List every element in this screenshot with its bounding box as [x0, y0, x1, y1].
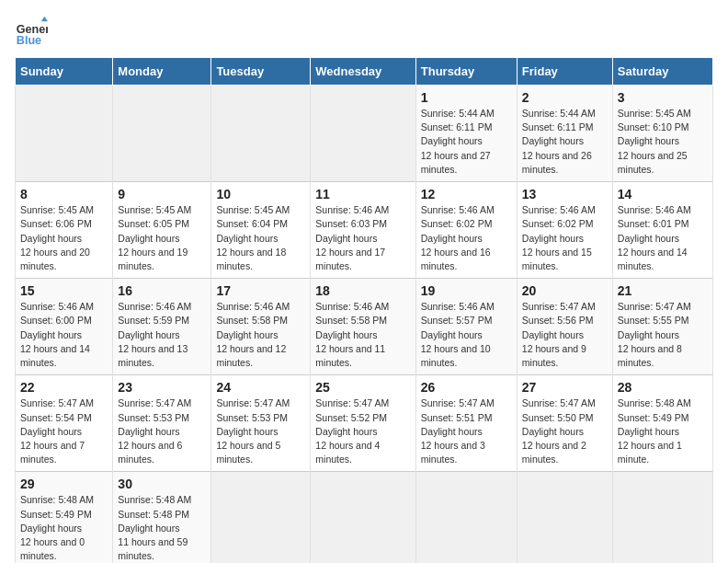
- day-info: Sunrise: 5:47 AMSunset: 5:51 PMDaylight …: [421, 396, 512, 466]
- calendar-day-cell: 11Sunrise: 5:46 AMSunset: 6:03 PMDayligh…: [311, 182, 415, 279]
- calendar-day-cell: 3Sunrise: 5:45 AMSunset: 6:10 PMDaylight…: [612, 86, 712, 182]
- calendar-day-cell: 23Sunrise: 5:47 AMSunset: 5:53 PMDayligh…: [113, 375, 211, 472]
- calendar-day-cell: [311, 472, 415, 563]
- day-info: Sunrise: 5:46 AMSunset: 5:58 PMDaylight …: [216, 300, 305, 370]
- calendar-day-cell: [517, 472, 612, 563]
- day-info: Sunrise: 5:48 AMSunset: 5:49 PMDaylight …: [618, 396, 708, 466]
- day-number: 23: [118, 380, 206, 395]
- calendar-week-row: 1Sunrise: 5:44 AMSunset: 6:11 PMDaylight…: [16, 86, 713, 182]
- calendar-day-cell: 17Sunrise: 5:46 AMSunset: 5:58 PMDayligh…: [211, 279, 311, 375]
- day-info: Sunrise: 5:47 AMSunset: 5:54 PMDaylight …: [20, 396, 108, 466]
- day-number: 28: [618, 380, 708, 395]
- day-info: Sunrise: 5:46 AMSunset: 5:58 PMDaylight …: [315, 300, 410, 370]
- calendar-day-cell: 16Sunrise: 5:46 AMSunset: 5:59 PMDayligh…: [113, 279, 211, 375]
- calendar-day-cell: 20Sunrise: 5:47 AMSunset: 5:56 PMDayligh…: [517, 279, 612, 375]
- day-number: 27: [522, 380, 608, 395]
- day-info: Sunrise: 5:46 AMSunset: 6:03 PMDaylight …: [315, 203, 410, 273]
- day-number: 24: [216, 380, 305, 395]
- day-info: Sunrise: 5:47 AMSunset: 5:53 PMDaylight …: [216, 396, 305, 466]
- weekday-header-row: SundayMondayTuesdayWednesdayThursdayFrid…: [16, 58, 713, 86]
- calendar-day-cell: 24Sunrise: 5:47 AMSunset: 5:53 PMDayligh…: [211, 375, 311, 472]
- day-number: 30: [118, 477, 206, 491]
- day-info: Sunrise: 5:46 AMSunset: 6:01 PMDaylight …: [618, 203, 708, 273]
- weekday-header-cell: Saturday: [612, 58, 712, 86]
- calendar-day-cell: 14Sunrise: 5:46 AMSunset: 6:01 PMDayligh…: [612, 182, 712, 279]
- calendar-day-cell: 1Sunrise: 5:44 AMSunset: 6:11 PMDaylight…: [415, 86, 517, 182]
- calendar-day-cell: 18Sunrise: 5:46 AMSunset: 5:58 PMDayligh…: [311, 279, 415, 375]
- calendar-week-row: 29Sunrise: 5:48 AMSunset: 5:49 PMDayligh…: [16, 472, 713, 563]
- calendar-day-cell: [16, 86, 113, 182]
- day-number: 13: [522, 187, 608, 201]
- weekday-header-cell: Monday: [113, 58, 211, 86]
- calendar-day-cell: 9Sunrise: 5:45 AMSunset: 6:05 PMDaylight…: [113, 182, 211, 279]
- weekday-header-cell: Friday: [517, 58, 612, 86]
- svg-text:Blue: Blue: [17, 34, 41, 47]
- calendar-week-row: 15Sunrise: 5:46 AMSunset: 6:00 PMDayligh…: [16, 279, 713, 375]
- calendar-day-cell: 21Sunrise: 5:47 AMSunset: 5:55 PMDayligh…: [612, 279, 712, 375]
- day-info: Sunrise: 5:47 AMSunset: 5:50 PMDaylight …: [522, 396, 608, 466]
- calendar-day-cell: [311, 86, 415, 182]
- calendar-day-cell: 19Sunrise: 5:46 AMSunset: 5:57 PMDayligh…: [415, 279, 517, 375]
- day-info: Sunrise: 5:46 AMSunset: 5:59 PMDaylight …: [118, 300, 206, 370]
- calendar-day-cell: 13Sunrise: 5:46 AMSunset: 6:02 PMDayligh…: [517, 182, 612, 279]
- day-info: Sunrise: 5:45 AMSunset: 6:05 PMDaylight …: [118, 203, 206, 273]
- day-info: Sunrise: 5:48 AMSunset: 5:48 PMDaylight …: [118, 493, 206, 563]
- calendar-day-cell: 8Sunrise: 5:45 AMSunset: 6:06 PMDaylight…: [16, 182, 113, 279]
- calendar-table: SundayMondayTuesdayWednesdayThursdayFrid…: [15, 57, 713, 563]
- day-info: Sunrise: 5:47 AMSunset: 5:56 PMDaylight …: [522, 300, 608, 370]
- day-number: 20: [522, 283, 608, 298]
- calendar-day-cell: 30Sunrise: 5:48 AMSunset: 5:48 PMDayligh…: [113, 472, 211, 563]
- day-number: 1: [421, 90, 512, 105]
- day-number: 29: [20, 477, 108, 491]
- calendar-day-cell: [211, 472, 311, 563]
- day-info: Sunrise: 5:47 AMSunset: 5:53 PMDaylight …: [118, 396, 206, 466]
- calendar-day-cell: [113, 86, 211, 182]
- calendar-day-cell: 12Sunrise: 5:46 AMSunset: 6:02 PMDayligh…: [415, 182, 517, 279]
- day-info: Sunrise: 5:46 AMSunset: 6:02 PMDaylight …: [522, 203, 608, 273]
- logo-icon: General Blue: [15, 15, 48, 48]
- calendar-week-row: 8Sunrise: 5:45 AMSunset: 6:06 PMDaylight…: [16, 182, 713, 279]
- svg-marker-2: [41, 17, 48, 21]
- day-info: Sunrise: 5:44 AMSunset: 6:11 PMDaylight …: [421, 107, 512, 177]
- day-info: Sunrise: 5:46 AMSunset: 5:57 PMDaylight …: [421, 300, 512, 370]
- day-number: 8: [20, 187, 108, 201]
- calendar-day-cell: 10Sunrise: 5:45 AMSunset: 6:04 PMDayligh…: [211, 182, 311, 279]
- calendar-day-cell: 26Sunrise: 5:47 AMSunset: 5:51 PMDayligh…: [415, 375, 517, 472]
- weekday-header-cell: Thursday: [415, 58, 517, 86]
- day-number: 2: [522, 90, 608, 105]
- calendar-day-cell: 25Sunrise: 5:47 AMSunset: 5:52 PMDayligh…: [311, 375, 415, 472]
- weekday-header-cell: Sunday: [16, 58, 113, 86]
- day-info: Sunrise: 5:47 AMSunset: 5:52 PMDaylight …: [315, 396, 410, 466]
- day-info: Sunrise: 5:46 AMSunset: 6:02 PMDaylight …: [421, 203, 512, 273]
- day-info: Sunrise: 5:45 AMSunset: 6:10 PMDaylight …: [618, 107, 708, 177]
- day-number: 19: [421, 283, 512, 298]
- day-info: Sunrise: 5:47 AMSunset: 5:55 PMDaylight …: [618, 300, 708, 370]
- logo: General Blue: [15, 15, 48, 48]
- calendar-day-cell: 27Sunrise: 5:47 AMSunset: 5:50 PMDayligh…: [517, 375, 612, 472]
- weekday-header-cell: Tuesday: [211, 58, 311, 86]
- calendar-day-cell: 29Sunrise: 5:48 AMSunset: 5:49 PMDayligh…: [16, 472, 113, 563]
- day-number: 10: [216, 187, 305, 201]
- day-info: Sunrise: 5:48 AMSunset: 5:49 PMDaylight …: [20, 493, 108, 563]
- calendar-day-cell: 28Sunrise: 5:48 AMSunset: 5:49 PMDayligh…: [612, 375, 712, 472]
- day-number: 25: [315, 380, 410, 395]
- header: General Blue: [15, 15, 713, 48]
- day-number: 12: [421, 187, 512, 201]
- calendar-day-cell: [415, 472, 517, 563]
- day-number: 18: [315, 283, 410, 298]
- day-info: Sunrise: 5:45 AMSunset: 6:04 PMDaylight …: [216, 203, 305, 273]
- day-number: 14: [618, 187, 708, 201]
- weekday-header-cell: Wednesday: [311, 58, 415, 86]
- day-number: 16: [118, 283, 206, 298]
- calendar-week-row: 22Sunrise: 5:47 AMSunset: 5:54 PMDayligh…: [16, 375, 713, 472]
- day-info: Sunrise: 5:46 AMSunset: 6:00 PMDaylight …: [20, 300, 108, 370]
- calendar-body: 1Sunrise: 5:44 AMSunset: 6:11 PMDaylight…: [16, 86, 713, 564]
- day-number: 17: [216, 283, 305, 298]
- calendar-day-cell: 2Sunrise: 5:44 AMSunset: 6:11 PMDaylight…: [517, 86, 612, 182]
- day-number: 11: [315, 187, 410, 201]
- calendar-day-cell: 15Sunrise: 5:46 AMSunset: 6:00 PMDayligh…: [16, 279, 113, 375]
- day-number: 21: [618, 283, 708, 298]
- day-info: Sunrise: 5:45 AMSunset: 6:06 PMDaylight …: [20, 203, 108, 273]
- day-number: 9: [118, 187, 206, 201]
- calendar-day-cell: [612, 472, 712, 563]
